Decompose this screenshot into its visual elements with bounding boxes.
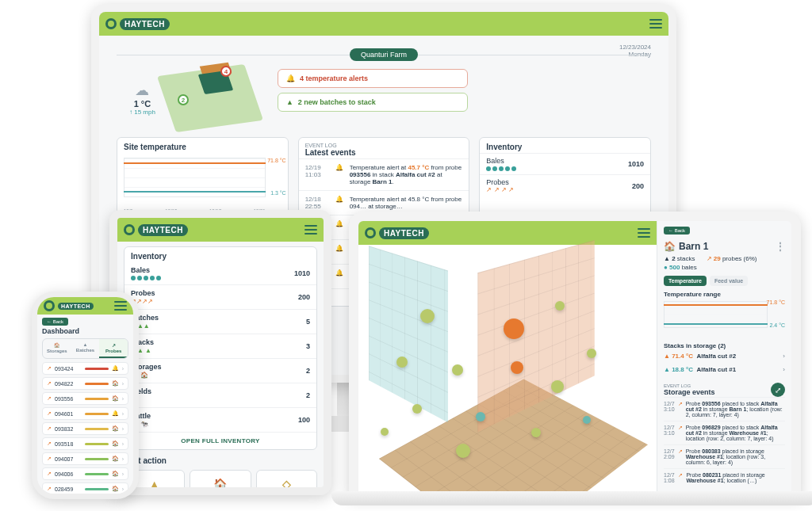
chevron-right-icon: › [122,441,124,447]
probe-item[interactable]: ↗094006🏠› [42,467,128,480]
logo-mark-icon [44,300,55,311]
dashboard-tabs: 🏠Storages▲Batches↗Probes [42,338,128,359]
inv-probes-value: 200 [632,182,644,190]
brand-name: HAYTECH [138,224,188,236]
tab-storages[interactable]: 🏠Storages [43,339,71,358]
action-icon: 🏠 [213,479,228,487]
probes-icon: ↗ [99,342,128,348]
probe-item[interactable]: ↗093518🏠› [42,437,128,450]
status-icon: 🏠 [112,486,119,492]
probe-item[interactable]: ↗028459🏠› [42,482,128,494]
probe-item[interactable]: ↗093832🏠› [42,422,128,435]
menu-icon[interactable] [304,225,317,235]
farm-isometric-icon[interactable]: 4 2 [167,69,254,128]
storage-side-panel: ← Back 🏠Barn 1⋮ ▲ 2 stacks ↗ 29 probes (… [657,221,791,497]
events-expand-button[interactable]: ⤢ [771,383,785,397]
chevron-right-icon: › [122,366,124,372]
cloud-icon: ☁ [129,82,155,99]
stack-item[interactable]: ▲ 18.8 °C Alfalfa cut #1› [664,363,785,376]
inv-row-cattle[interactable]: Cattle🐄 🐄100 [124,407,316,432]
action-new-storage[interactable]: 🏠New storage [190,470,251,487]
storage-event-row[interactable]: 12/73:10↗Probe 096829 placed to stack Al… [664,421,785,444]
temp-range-chart: 71.8 °C 2.4 °C [664,299,785,337]
probe-icon: ↗ [47,425,52,432]
status-icon: 🔔 [112,410,119,417]
events-title: Latest events [305,148,463,157]
stack-item[interactable]: ▲ 71.4 °C Alfalfa cut #2› [664,349,785,363]
logo-mark-icon [124,224,135,235]
inv-row-storages[interactable]: Storages🏠 🏠2 [124,358,316,383]
alert-batches-text: 2 new batches to stack [298,98,376,106]
storage-events-title: Storage events [664,388,715,396]
action-icon: ▲ [147,479,162,487]
wind-value: ↑ 15 mph [129,109,155,116]
action-new-field[interactable]: ◇New field [256,470,317,487]
map-badge-batches[interactable]: 2 [178,94,189,105]
probe-icon: ↗ [47,440,52,447]
probe-item[interactable]: ↗094007🏠› [42,452,128,465]
batches-icon: ▲ [71,342,100,347]
back-button[interactable]: ← Back [664,227,690,235]
tab-temperature[interactable]: Temperature [664,276,707,286]
farm-name-chip[interactable]: Quanturi Farm [350,48,418,61]
stat-probes: ↗ 29 probes (6%) [707,255,757,262]
probe-icon: ↗ [47,471,52,477]
chart-low-label: 1.3 °C [270,190,286,196]
storage-event-row[interactable]: 12/71:08↗Probe 080231 placed in storage … [664,468,785,486]
tab-feed-value[interactable]: Feed value [710,276,748,286]
inv-row-probes[interactable]: Probes↗↗↗↗200 [124,284,316,309]
more-icon[interactable]: ⋮ [776,241,785,252]
menu-icon[interactable] [649,19,662,29]
map-badge-alerts[interactable]: 4 [220,66,232,77]
inv-row-batches[interactable]: Batches▲▲▲5 [124,309,316,334]
menu-icon[interactable] [114,301,127,311]
bell-icon: 🔔 [335,220,343,235]
bell-icon: 🔔 [335,245,343,259]
chevron-right-icon: › [122,426,124,432]
inv-bales-label: Bales [486,157,516,165]
status-icon: 🏠 [112,471,119,477]
probe-icon: ↗ [47,410,52,417]
probe-icon: ↗ [47,486,52,492]
inv-probes-label: Probes [486,178,514,186]
probe-icon: ↗ [678,425,683,441]
tab-batches[interactable]: ▲Batches [71,339,100,358]
next-action-title: Next action [124,456,317,465]
open-full-inventory-button[interactable]: OPEN FULL INVENTORY [124,432,316,449]
brand-name: HAYTECH [379,227,429,239]
chevron-right-icon: › [122,471,124,477]
stacks-title: Stacks in storage (2) [664,342,785,349]
weather-block: ☁ 1 °C ↑ 15 mph 4 2 [129,69,254,128]
bell-icon: 🔔 [335,196,343,210]
probe-icon: ↗ [47,380,52,387]
app-bar: HAYTECH [37,297,133,315]
probe-item[interactable]: ↗093556🏠› [42,392,128,405]
back-button[interactable]: ← Back [42,318,68,326]
status-icon: 🏠 [112,380,119,387]
probe-item[interactable]: ↗094822🏠› [42,377,128,390]
app-bar: HAYTECH [358,221,657,245]
inventory-title: Inventory [124,247,316,262]
tab-probes[interactable]: ↗Probes [99,339,128,358]
alert-temperature[interactable]: 🔔 4 temperature alerts [278,69,468,88]
alert-batches[interactable]: ▲ 2 new batches to stack [278,93,468,112]
stack-icon: ▲ [286,98,293,106]
event-row[interactable]: 12/1911:03🔔Temperature alert at 45.7 °C … [299,158,469,190]
inv-row-stacks[interactable]: Stacks▲▲ ▲3 [124,334,316,358]
storage-event-row[interactable]: 12/73:10↗Probe 093556 placed to stack Al… [664,397,785,421]
status-icon: 🏠 [112,395,119,402]
range-lo: 2.4 °C [769,322,785,328]
storage-event-row[interactable]: 12/72:09↗Probe 080383 placed in storage … [664,444,785,468]
probe-item[interactable]: ↗093424🔔› [42,362,128,375]
probe-item[interactable]: ↗094601🔔› [42,407,128,420]
status-icon: 🔔 [112,365,119,372]
chevron-right-icon: › [122,396,124,402]
site-temp-title: Site temperature [117,138,288,153]
site-temp-chart: 71.8 °C 1.3 °C 12/912/1312/1712/21 [117,153,288,216]
events-kicker: EVENT LOG [305,143,463,148]
inv-row-bales[interactable]: Bales1010 [124,262,316,284]
app-bar: HAYTECH [99,12,668,36]
inv-row-fields[interactable]: Fields◇2 [124,383,316,407]
storage-3d-view[interactable]: HAYTECH [358,221,657,497]
menu-icon[interactable] [638,228,650,238]
